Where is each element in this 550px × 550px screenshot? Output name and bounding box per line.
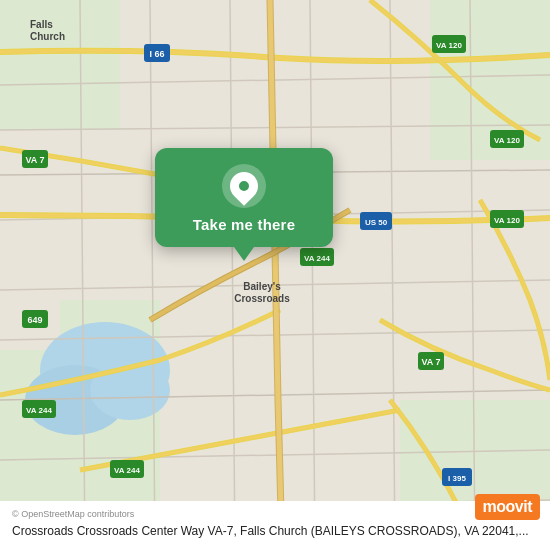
svg-text:VA 120: VA 120 [494,216,520,225]
svg-text:Falls: Falls [30,19,53,30]
address-text: Crossroads Crossroads Center Way VA-7, F… [12,523,538,540]
take-me-there-button[interactable]: Take me there [193,216,295,233]
svg-text:I 395: I 395 [448,474,466,483]
svg-text:I 66: I 66 [149,49,164,59]
svg-text:VA 7: VA 7 [421,357,440,367]
svg-text:VA 120: VA 120 [436,41,462,50]
svg-rect-1 [0,0,120,130]
map-container: I 66 VA 120 VA 7 649 US 50 VA 120 VA 120… [0,0,550,550]
map-attribution: © OpenStreetMap contributors [12,509,538,519]
moovit-logo: moovit [475,494,540,520]
svg-text:Church: Church [30,31,65,42]
svg-text:VA 244: VA 244 [114,466,140,475]
svg-text:Crossroads: Crossroads [234,293,290,304]
location-pin-icon [222,164,266,208]
svg-text:VA 244: VA 244 [26,406,52,415]
moovit-label: moovit [483,498,532,515]
map-background: I 66 VA 120 VA 7 649 US 50 VA 120 VA 120… [0,0,550,550]
svg-text:649: 649 [27,315,42,325]
svg-text:VA 244: VA 244 [304,254,330,263]
svg-text:US 50: US 50 [365,218,388,227]
svg-text:Bailey's: Bailey's [243,281,281,292]
popup-card: Take me there [155,148,333,247]
bottom-info-bar: © OpenStreetMap contributors Crossroads … [0,501,550,550]
svg-text:VA 120: VA 120 [494,136,520,145]
svg-text:VA 7: VA 7 [25,155,44,165]
